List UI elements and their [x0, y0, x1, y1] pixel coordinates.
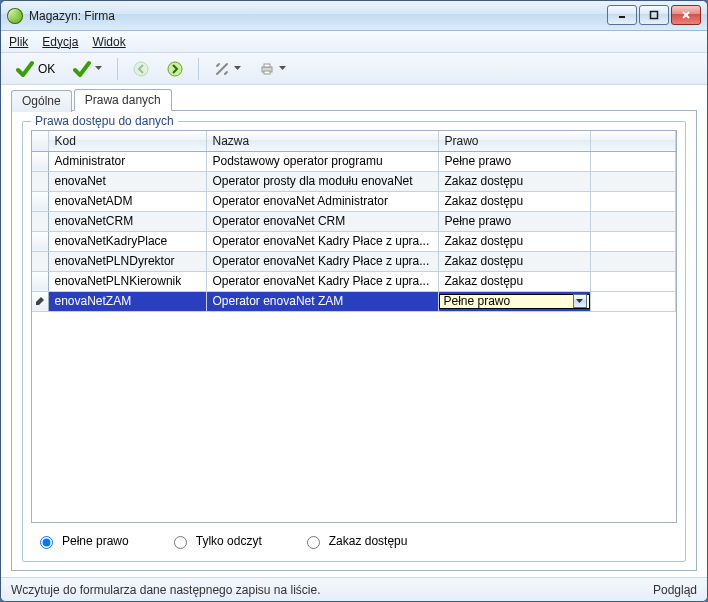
minimize-button[interactable] [607, 5, 637, 25]
content-area: Ogólne Prawa danych Prawa dostępu do dan… [1, 85, 707, 577]
cell-kod[interactable]: enovaNetKadryPlace [48, 231, 206, 251]
tools-button[interactable] [207, 57, 248, 81]
radio-zakaz-label: Zakaz dostępu [329, 534, 408, 548]
cell-prawo[interactable]: Zakaz dostępu [438, 191, 590, 211]
ok-label: OK [38, 62, 55, 76]
cell-prawo[interactable]: Pełne prawo [438, 151, 590, 171]
table-row[interactable]: enovaNetCRMOperator enovaNet CRMPełne pr… [32, 211, 676, 231]
svg-rect-7 [264, 64, 270, 67]
column-header-prawo[interactable]: Prawo [438, 131, 590, 151]
svg-rect-1 [651, 12, 658, 19]
radio-tylko-odczyt[interactable]: Tylko odczyt [169, 533, 262, 549]
maximize-icon [649, 10, 659, 20]
window-frame: Magazyn: Firma Plik Edycja Widok OK [0, 0, 708, 602]
cell-kod[interactable]: enovaNetPLNKierownik [48, 271, 206, 291]
cell-nazwa[interactable]: Operator enovaNet ZAM [206, 291, 438, 311]
radio-zakaz-input[interactable] [307, 536, 320, 549]
column-header-blank[interactable] [590, 131, 676, 151]
toolbar: OK [1, 53, 707, 85]
titlebar[interactable]: Magazyn: Firma [1, 1, 707, 31]
tab-prawa-danych[interactable]: Prawa danych [74, 89, 172, 111]
row-header[interactable] [32, 231, 48, 251]
close-button[interactable] [671, 5, 701, 25]
ok-button[interactable]: OK [9, 57, 62, 81]
cell-nazwa[interactable]: Operator enovaNet Kadry Płace z upra... [206, 231, 438, 251]
cell-prawo[interactable]: Zakaz dostępu [438, 271, 590, 291]
cell-nazwa[interactable]: Operator enovaNet CRM [206, 211, 438, 231]
cell-kod[interactable]: enovaNetADM [48, 191, 206, 211]
cell-prawo[interactable]: Pełne prawo [438, 291, 590, 311]
cell-kod[interactable]: Administrator [48, 151, 206, 171]
nav-forward-button[interactable] [160, 57, 190, 81]
cell-nazwa[interactable]: Operator enovaNet Administrator [206, 191, 438, 211]
table-row[interactable]: enovaNetADMOperator enovaNet Administrat… [32, 191, 676, 211]
cell-editor-value: Pełne prawo [444, 294, 511, 308]
cell-prawo[interactable]: Zakaz dostępu [438, 231, 590, 251]
radio-pelne-prawo[interactable]: Pełne prawo [35, 533, 129, 549]
row-header[interactable] [32, 151, 48, 171]
grid-permissions[interactable]: Kod Nazwa Prawo AdministratorPodstawowy … [31, 130, 677, 523]
row-header[interactable] [32, 251, 48, 271]
menu-plik[interactable]: Plik [9, 35, 28, 49]
table-row[interactable]: enovaNetZAMOperator enovaNet ZAMPełne pr… [32, 291, 676, 311]
cell-blank [590, 291, 676, 311]
cell-blank [590, 211, 676, 231]
cell-prawo[interactable]: Pełne prawo [438, 211, 590, 231]
cell-prawo[interactable]: Zakaz dostępu [438, 171, 590, 191]
svg-point-4 [134, 62, 148, 76]
row-header[interactable] [32, 291, 48, 311]
table-row[interactable]: enovaNetKadryPlaceOperator enovaNet Kadr… [32, 231, 676, 251]
cell-kod[interactable]: enovaNetPLNDyrektor [48, 251, 206, 271]
menu-widok[interactable]: Widok [92, 35, 125, 49]
chevron-down-icon [279, 65, 286, 72]
cell-blank [590, 231, 676, 251]
arrow-right-icon [167, 61, 183, 77]
printer-icon [259, 61, 275, 77]
check-icon [16, 60, 34, 78]
cell-nazwa[interactable]: Podstawowy operator programu [206, 151, 438, 171]
column-header-kod[interactable]: Kod [48, 131, 206, 151]
group-title: Prawa dostępu do danych [31, 114, 178, 128]
radio-pelne-label: Pełne prawo [62, 534, 129, 548]
table-permissions: Kod Nazwa Prawo AdministratorPodstawowy … [32, 131, 676, 312]
radio-odczyt-label: Tylko odczyt [196, 534, 262, 548]
radio-pelne-input[interactable] [40, 536, 53, 549]
cell-blank [590, 251, 676, 271]
window-title: Magazyn: Firma [29, 9, 115, 23]
cell-blank [590, 171, 676, 191]
cell-nazwa[interactable]: Operator prosty dla modułu enovaNet [206, 171, 438, 191]
cell-nazwa[interactable]: Operator enovaNet Kadry Płace z upra... [206, 251, 438, 271]
cell-kod[interactable]: enovaNetZAM [48, 291, 206, 311]
menubar: Plik Edycja Widok [1, 31, 707, 53]
row-header[interactable] [32, 211, 48, 231]
column-header-nazwa[interactable]: Nazwa [206, 131, 438, 151]
arrow-left-icon [133, 61, 149, 77]
column-header-rowselector[interactable] [32, 131, 48, 151]
row-header[interactable] [32, 171, 48, 191]
cell-blank [590, 151, 676, 171]
nav-back-button[interactable] [126, 57, 156, 81]
print-button[interactable] [252, 57, 293, 81]
radio-zakaz-dostepu[interactable]: Zakaz dostępu [302, 533, 408, 549]
cell-blank [590, 271, 676, 291]
tab-panel: Prawa dostępu do danych Kod Nazwa Prawo [11, 110, 697, 571]
chevron-down-icon [234, 65, 241, 72]
tab-ogolne[interactable]: Ogólne [11, 90, 72, 112]
table-row[interactable]: enovaNetPLNKierownikOperator enovaNet Ka… [32, 271, 676, 291]
cell-kod[interactable]: enovaNet [48, 171, 206, 191]
row-header[interactable] [32, 271, 48, 291]
cell-nazwa[interactable]: Operator enovaNet Kadry Płace z upra... [206, 271, 438, 291]
cell-prawo[interactable]: Zakaz dostępu [438, 251, 590, 271]
apply-button[interactable] [66, 57, 109, 81]
menu-edycja[interactable]: Edycja [42, 35, 78, 49]
table-row[interactable]: enovaNetOperator prosty dla modułu enova… [32, 171, 676, 191]
tabstrip: Ogólne Prawa danych [11, 89, 697, 111]
cell-kod[interactable]: enovaNetCRM [48, 211, 206, 231]
table-row[interactable]: enovaNetPLNDyrektorOperator enovaNet Kad… [32, 251, 676, 271]
table-row[interactable]: AdministratorPodstawowy operator program… [32, 151, 676, 171]
cell-editor-prawo[interactable]: Pełne prawo [439, 294, 590, 309]
maximize-button[interactable] [639, 5, 669, 25]
row-header[interactable] [32, 191, 48, 211]
cell-editor-dropdown-button[interactable] [573, 294, 587, 308]
radio-odczyt-input[interactable] [174, 536, 187, 549]
